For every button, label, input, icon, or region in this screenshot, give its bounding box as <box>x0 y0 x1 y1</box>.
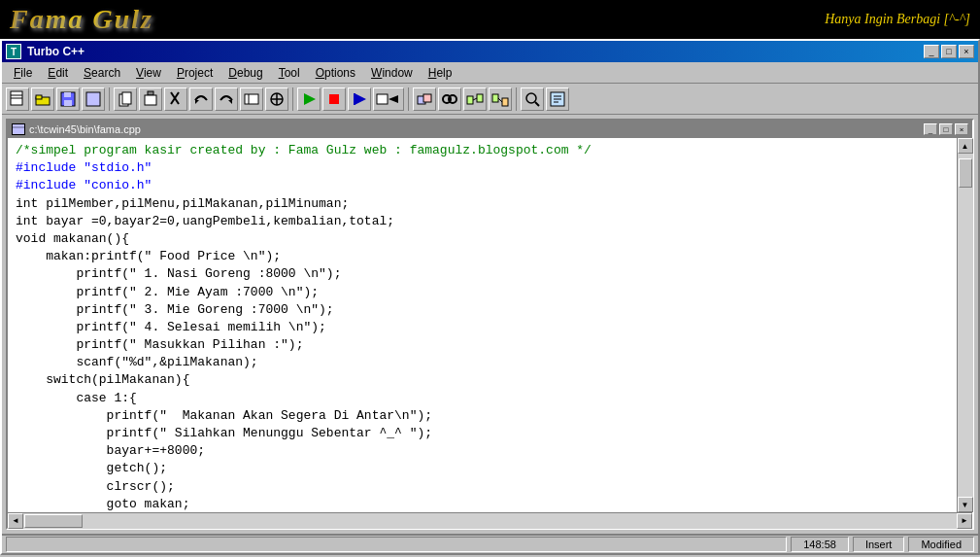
toolbar-sep4 <box>516 87 517 111</box>
title-bar: T Turbo C++ _ □ × <box>2 41 978 62</box>
inner-title-bar: c:\tcwin45\bin\fama.cpp _ □ × <box>8 121 972 138</box>
svg-point-40 <box>526 93 536 103</box>
toolbar-open[interactable] <box>31 87 54 111</box>
menu-help[interactable]: Help <box>421 64 460 82</box>
code-container: /*simpel program kasir created by : Fama… <box>8 138 972 512</box>
menu-tool[interactable]: Tool <box>271 64 308 82</box>
status-modified: Modified <box>908 537 974 552</box>
vertical-scrollbar[interactable]: ▲ ▼ <box>957 138 972 512</box>
inner-title-buttons: _ □ × <box>924 123 968 135</box>
scroll-up-button[interactable]: ▲ <box>958 138 973 154</box>
toolbar-sep1 <box>109 87 110 111</box>
toolbar-save[interactable] <box>56 87 80 111</box>
inner-title-left: c:\tcwin45\bin\fama.cpp <box>12 123 141 135</box>
toolbar-new[interactable] <box>6 87 29 111</box>
code-editor[interactable]: /*simpel program kasir created by : Fama… <box>8 138 957 512</box>
svg-rect-19 <box>245 94 258 104</box>
svg-rect-31 <box>423 94 431 102</box>
scroll-down-button[interactable]: ▼ <box>958 497 973 512</box>
svg-marker-24 <box>304 93 316 105</box>
svg-rect-28 <box>377 94 388 104</box>
minimize-button[interactable]: _ <box>924 45 939 58</box>
inner-window-icon <box>12 123 25 135</box>
svg-rect-9 <box>64 100 72 106</box>
toolbar-sep3 <box>408 87 409 111</box>
inner-minimize[interactable]: _ <box>924 123 937 135</box>
hscroll-thumb[interactable] <box>24 514 83 528</box>
svg-marker-18 <box>228 100 232 104</box>
toolbar-sep2 <box>292 87 293 111</box>
title-buttons: _ □ × <box>924 45 974 58</box>
svg-rect-13 <box>148 91 153 95</box>
svg-rect-35 <box>477 94 483 102</box>
inner-window-title: c:\tcwin45\bin\fama.cpp <box>29 123 141 135</box>
svg-rect-14 <box>145 95 156 105</box>
toolbar-undo[interactable] <box>189 87 213 111</box>
svg-marker-29 <box>389 95 398 103</box>
menu-bar: File Edit Search View Project Debug Tool… <box>2 62 978 84</box>
toolbar-link[interactable] <box>438 87 461 111</box>
menu-window[interactable]: Window <box>363 64 421 82</box>
toolbar-cut[interactable] <box>164 87 187 111</box>
banner-title: Fama Gulz <box>10 4 153 35</box>
inner-maximize[interactable]: □ <box>939 123 953 135</box>
toolbar-stop[interactable] <box>322 87 346 111</box>
title-bar-left: T Turbo C++ <box>6 44 84 59</box>
banner: Fama Gulz Hanya Ingin Berbagi [^-^] <box>0 0 980 39</box>
hscroll-left-button[interactable]: ◄ <box>8 513 23 529</box>
horizontal-scrollbar[interactable]: ◄ ► <box>8 512 972 528</box>
menu-edit[interactable]: Edit <box>40 64 76 82</box>
toolbar <box>2 84 978 115</box>
toolbar-make[interactable] <box>463 87 487 111</box>
window-title: Turbo C++ <box>27 45 84 58</box>
menu-debug[interactable]: Debug <box>220 64 270 82</box>
scroll-thumb[interactable] <box>959 158 972 188</box>
svg-rect-12 <box>122 92 131 104</box>
svg-marker-17 <box>195 100 199 104</box>
toolbar-compile[interactable] <box>413 87 436 111</box>
svg-line-36 <box>473 98 477 100</box>
hscroll-right-button[interactable]: ► <box>957 513 972 529</box>
menu-project[interactable]: Project <box>169 64 220 82</box>
scroll-track <box>958 154 973 497</box>
svg-marker-26 <box>355 93 366 105</box>
toolbar-btn4[interactable] <box>82 87 105 111</box>
menu-options[interactable]: Options <box>308 64 363 82</box>
svg-rect-25 <box>329 94 339 104</box>
svg-rect-10 <box>86 92 100 106</box>
toolbar-watch[interactable] <box>373 87 404 111</box>
toolbar-paste[interactable] <box>139 87 162 111</box>
status-main <box>6 537 787 552</box>
svg-rect-46 <box>13 124 24 134</box>
toolbar-browse[interactable] <box>546 87 569 111</box>
banner-subtitle: Hanya Ingin Berbagi [^-^] <box>825 12 970 27</box>
svg-rect-34 <box>467 96 473 104</box>
close-button[interactable]: × <box>959 45 974 58</box>
toolbar-build[interactable] <box>489 87 512 111</box>
hscroll-track <box>23 513 957 529</box>
status-position: 148:58 <box>791 537 849 552</box>
inner-window: c:\tcwin45\bin\fama.cpp _ □ × /*simpel p… <box>6 119 974 530</box>
main-window: T Turbo C++ _ □ × File Edit Search View … <box>0 39 980 555</box>
svg-rect-38 <box>502 98 508 106</box>
restore-button[interactable]: □ <box>941 45 957 58</box>
menu-file[interactable]: File <box>6 64 40 82</box>
toolbar-run[interactable] <box>297 87 321 111</box>
toolbar-copy[interactable] <box>114 87 137 111</box>
status-mode: Insert <box>853 537 905 552</box>
svg-rect-37 <box>492 94 498 102</box>
svg-text:T: T <box>11 47 17 57</box>
menu-view[interactable]: View <box>128 64 169 82</box>
doc-area: c:\tcwin45\bin\fama.cpp _ □ × /*simpel p… <box>2 115 978 534</box>
toolbar-btn6[interactable] <box>240 87 263 111</box>
toolbar-inspect[interactable] <box>521 87 544 111</box>
svg-rect-8 <box>64 92 71 97</box>
inner-close[interactable]: × <box>955 123 968 135</box>
svg-line-41 <box>535 102 539 106</box>
menu-search[interactable]: Search <box>76 64 128 82</box>
toolbar-redo[interactable] <box>215 87 238 111</box>
svg-rect-6 <box>36 95 42 99</box>
toolbar-btn7[interactable] <box>265 87 288 111</box>
toolbar-debug-run[interactable] <box>348 87 371 111</box>
svg-line-39 <box>498 98 502 102</box>
